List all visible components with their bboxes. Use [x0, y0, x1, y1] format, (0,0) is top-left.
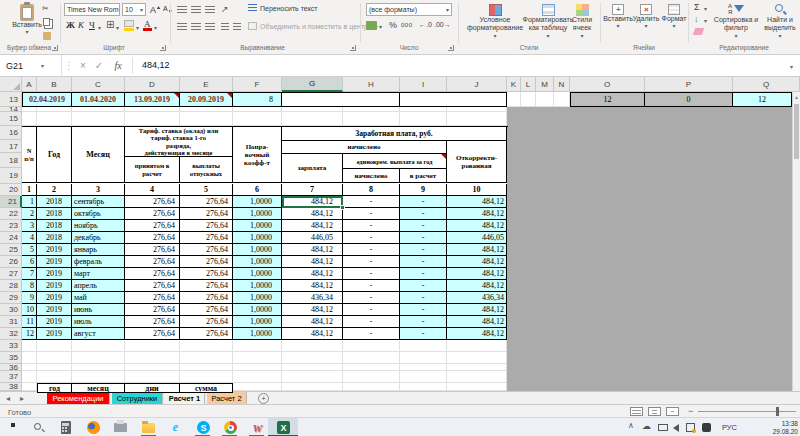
data-cell-r21c2[interactable]: 2018 — [37, 196, 72, 208]
formula-bar-expand-icon[interactable]: ▾ — [790, 63, 793, 70]
data-cell-r31c4[interactable]: 276,64 — [125, 316, 180, 328]
data-cell-r26c3[interactable]: февраль — [72, 256, 125, 268]
data-cell-r25c3[interactable]: январь — [72, 244, 125, 256]
decrease-decimal-button[interactable]: .00→ — [434, 21, 451, 28]
data-cell-r24c2[interactable]: 2018 — [37, 232, 72, 244]
vacation-header-месяц[interactable]: месяц — [72, 383, 125, 393]
data-cell-r32c9[interactable]: - — [400, 328, 447, 340]
data-cell-r31c1[interactable]: 11 — [22, 316, 37, 328]
row-header-32[interactable]: 32 — [0, 328, 22, 340]
align-right-icon[interactable] — [205, 23, 215, 31]
data-cell-r29c5[interactable]: 276,64 — [180, 292, 233, 304]
grid-cell[interactable] — [72, 352, 125, 364]
data-cell-r30c4[interactable]: 276,64 — [125, 304, 180, 316]
page-break-view-button[interactable] — [666, 407, 679, 416]
taskbar-ie-button[interactable]: e — [168, 420, 183, 435]
column-header-P[interactable]: P — [645, 77, 733, 92]
merge-center-button[interactable]: Объединить и поместить в центре ▾ — [248, 22, 378, 30]
data-cell-r21c6[interactable]: 1,0000 — [233, 196, 282, 208]
cell-g13-h13[interactable] — [282, 92, 400, 107]
grid-cell[interactable] — [233, 383, 282, 391]
row-header-23[interactable]: 23 — [0, 220, 22, 232]
font-name-select[interactable]: Times New Rom ▾ — [64, 3, 120, 16]
data-cell-r22c2[interactable]: 2018 — [37, 208, 72, 220]
data-cell-r23c2[interactable]: 2018 — [37, 220, 72, 232]
font-color-dropdown-icon[interactable]: ▾ — [154, 24, 157, 31]
column-header-L[interactable]: L — [521, 77, 536, 92]
row-header-18[interactable]: 18 — [0, 153, 22, 168]
cell-p13[interactable]: 0 — [645, 92, 733, 107]
row-header-19[interactable]: 19 — [0, 168, 22, 184]
data-cell-r23c9[interactable]: - — [400, 220, 447, 232]
data-cell-r22c10[interactable]: 484,12 — [447, 208, 507, 220]
row-header-35[interactable]: 35 — [0, 352, 22, 364]
grid-cell[interactable] — [37, 340, 72, 352]
grid-cell[interactable] — [125, 112, 180, 126]
col-number-5[interactable]: 5 — [180, 184, 233, 196]
grid-cell[interactable] — [554, 92, 570, 107]
grid-cell[interactable] — [37, 371, 72, 383]
number-dialog-launcher[interactable] — [448, 45, 454, 51]
underline-button[interactable]: Ч — [89, 20, 95, 30]
delete-cells-button[interactable]: × Удалить ▾ — [632, 4, 660, 29]
cut-icon[interactable]: ✂ — [42, 4, 49, 13]
data-cell-r27c9[interactable]: - — [400, 268, 447, 280]
start-button[interactable] — [8, 420, 23, 435]
data-cell-r32c10[interactable]: 484,12 — [447, 328, 507, 340]
data-cell-r21c9[interactable]: - — [400, 196, 447, 208]
taskbar-calculator-button[interactable] — [58, 420, 73, 435]
data-cell-r32c7[interactable]: 484,12 — [282, 328, 343, 340]
cell-o13[interactable]: 12 — [570, 92, 645, 107]
data-cell-r28c1[interactable]: 8 — [22, 280, 37, 292]
grid-cell[interactable] — [447, 112, 507, 126]
grid-cell[interactable] — [400, 340, 447, 352]
data-cell-r22c4[interactable]: 276,64 — [125, 208, 180, 220]
data-cell-r24c8[interactable]: - — [343, 232, 400, 244]
zoom-slider-handle[interactable] — [776, 407, 779, 416]
row-header-16[interactable]: 16 — [0, 126, 22, 140]
data-cell-r21c3[interactable]: сентябрь — [72, 196, 125, 208]
grid-cell[interactable] — [343, 364, 400, 371]
comma-style-button[interactable]: 000 — [401, 22, 413, 28]
cell-d13[interactable]: 13.09.2019 — [125, 92, 180, 107]
clipboard-dialog-launcher[interactable] — [52, 45, 58, 51]
data-cell-r25c1[interactable]: 5 — [22, 244, 37, 256]
cell-f13[interactable]: 8 — [233, 92, 282, 107]
align-left-icon[interactable] — [177, 23, 187, 31]
data-cell-r25c9[interactable]: - — [400, 244, 447, 256]
grid-cell[interactable] — [447, 352, 507, 364]
grid-cell[interactable] — [400, 352, 447, 364]
data-cell-r31c8[interactable]: - — [343, 316, 400, 328]
grow-font-icon[interactable]: А▲ — [150, 4, 161, 15]
grid-cell[interactable] — [282, 364, 343, 371]
align-center-icon[interactable] — [191, 23, 201, 31]
grid-cell[interactable] — [233, 352, 282, 364]
data-cell-r29c8[interactable]: - — [343, 292, 400, 304]
data-cell-r28c5[interactable]: 276,64 — [180, 280, 233, 292]
cell-a13[interactable]: 02.04.2019 — [22, 92, 72, 107]
data-cell-r21c10[interactable]: 484,12 — [447, 196, 507, 208]
data-cell-r23c1[interactable]: 3 — [22, 220, 37, 232]
increase-indent-icon[interactable] — [233, 23, 241, 31]
data-cell-r27c3[interactable]: март — [72, 268, 125, 280]
volume-icon[interactable] — [673, 424, 679, 432]
data-cell-r31c2[interactable]: 2019 — [37, 316, 72, 328]
vertical-scrollbar-thumb[interactable] — [794, 104, 799, 159]
grid-cell[interactable] — [282, 383, 343, 391]
column-header-D[interactable]: D — [125, 77, 180, 92]
formula-input[interactable]: 484,12 — [142, 60, 170, 70]
data-cell-r29c1[interactable]: 9 — [22, 292, 37, 304]
header-onetime-sub1[interactable]: начислено — [343, 169, 400, 183]
data-cell-r31c3[interactable]: июль — [72, 316, 125, 328]
next-sheet-icon[interactable]: ▸ — [20, 394, 24, 403]
fill-color-button[interactable] — [124, 20, 134, 27]
header-salary-group[interactable]: Заработная плата, руб. — [282, 127, 507, 141]
data-cell-r23c6[interactable]: 1,0000 — [233, 220, 282, 232]
grid-cell[interactable] — [400, 364, 447, 371]
language-indicator[interactable]: РУС — [722, 423, 737, 432]
row-header-29[interactable]: 29 — [0, 292, 22, 304]
decrease-indent-icon[interactable] — [221, 23, 229, 31]
format-painter-icon[interactable] — [43, 32, 51, 40]
col-number-3[interactable]: 3 — [72, 184, 125, 196]
header-tariff-sub2[interactable]: выплаты отпускных — [180, 157, 233, 183]
